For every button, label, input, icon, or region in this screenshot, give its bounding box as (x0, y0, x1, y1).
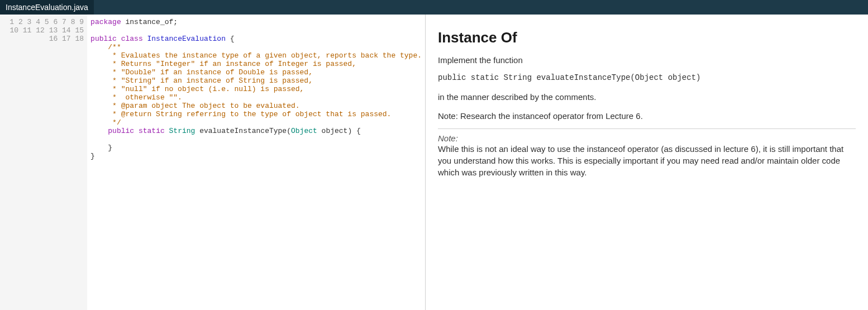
file-tab[interactable]: InstanceEvaluation.java (0, 0, 94, 15)
line-number: 7 (62, 18, 66, 26)
note-body: While this is not an ideal way to use th… (438, 143, 856, 178)
function-signature: public static String evaluateInstanceTyp… (438, 73, 856, 82)
line-number: 3 (27, 18, 32, 26)
line-number: 13 (49, 26, 58, 35)
divider (438, 128, 856, 129)
description-paragraph: Note: Research the instanceof operator f… (438, 110, 856, 122)
code-editor[interactable]: package instance_of; public class Instan… (87, 15, 425, 310)
main-split: 1 2 3 4 5 6 7 8 9 10 11 12 13 14 15 16 1… (0, 15, 868, 310)
line-number: 6 (53, 18, 58, 26)
line-number: 16 (49, 35, 58, 43)
line-number-gutter: 1 2 3 4 5 6 7 8 9 10 11 12 13 14 15 16 1… (0, 15, 87, 310)
line-number: 14 (62, 26, 71, 35)
description-paragraph: in the manner described by the comments. (438, 91, 856, 103)
description-paragraph: Implement the function (438, 54, 856, 66)
line-number: 5 (45, 18, 49, 26)
line-number: 15 (75, 26, 84, 35)
description-title: Instance Of (438, 29, 856, 46)
line-number: 17 (62, 35, 71, 43)
line-number: 10 (9, 26, 18, 35)
line-number: 12 (36, 26, 45, 35)
line-number: 9 (79, 18, 84, 26)
line-number: 11 (23, 26, 32, 35)
editor-pane: 1 2 3 4 5 6 7 8 9 10 11 12 13 14 15 16 1… (0, 15, 426, 310)
line-number: 2 (18, 18, 23, 26)
note-label: Note: (438, 133, 856, 143)
tab-label: InstanceEvaluation.java (6, 3, 88, 12)
line-number: 8 (71, 18, 75, 26)
line-number: 1 (9, 18, 14, 26)
tab-bar: InstanceEvaluation.java (0, 0, 868, 15)
line-number: 18 (75, 35, 84, 43)
line-number: 4 (36, 18, 40, 26)
description-pane: Instance Of Implement the function publi… (426, 15, 868, 310)
